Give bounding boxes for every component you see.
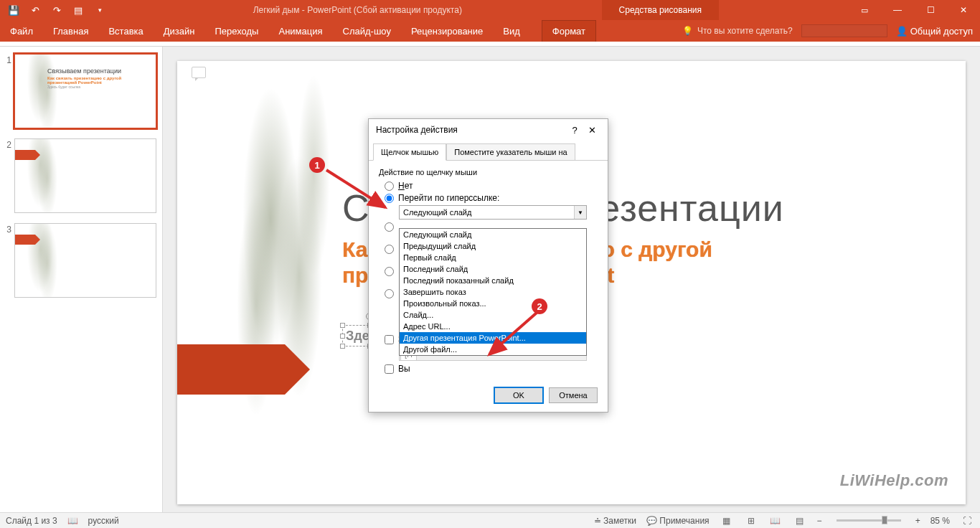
dropdown-option[interactable]: Последний слайд: [400, 263, 586, 275]
maximize-icon[interactable]: ☐: [914, 0, 947, 20]
zoom-level[interactable]: 85 %: [930, 516, 950, 526]
slide-counter[interactable]: Слайд 1 из 3: [6, 516, 57, 526]
save-icon[interactable]: 💾: [4, 1, 23, 19]
thumbnail-row[interactable]: 3: [0, 220, 162, 305]
radio-hyperlink[interactable]: Перейти по гиперссылке:: [385, 193, 598, 203]
dropdown-option[interactable]: Последний показанный слайд: [400, 275, 586, 286]
combo-value: Следующий слайд: [400, 208, 574, 217]
resize-handle[interactable]: [340, 334, 345, 339]
qat-more-icon[interactable]: ▾: [90, 1, 109, 19]
notes-button[interactable]: ≐ Заметки: [594, 516, 636, 526]
slide-thumbnail-1[interactable]: Связываем презентации Как связать презен…: [14, 54, 156, 128]
checkbox-highlight-input[interactable]: [385, 364, 394, 374]
slide-thumbnail-2[interactable]: [14, 138, 156, 213]
tab-view[interactable]: Вид: [493, 20, 530, 42]
radio-input[interactable]: [385, 222, 394, 232]
slide-thumbnails-panel: 1 Связываем презентации Как связать през…: [0, 47, 163, 512]
checkbox-sound-input[interactable]: [385, 335, 394, 344]
redo-icon[interactable]: ↷: [47, 1, 66, 19]
account-placeholder[interactable]: [801, 24, 887, 37]
combo-dropdown-icon[interactable]: ▼: [574, 206, 586, 219]
thumb-subtitle: Как связать презентацию с другой презент…: [47, 76, 133, 85]
slideshow-icon[interactable]: ▤: [69, 1, 88, 19]
tab-mouse-over[interactable]: Поместите указатель мыши на: [446, 143, 575, 161]
bulb-icon: 💡: [682, 26, 693, 36]
quick-access-toolbar: 💾 ↶ ↷ ▤ ▾: [0, 1, 113, 19]
tab-mouse-click[interactable]: Щелчок мышью: [373, 143, 446, 161]
radio-input[interactable]: [385, 245, 394, 254]
cancel-button[interactable]: Отмена: [549, 387, 598, 403]
thumb-text: Здесь будет ссылка: [47, 85, 80, 89]
ribbon-collapsed: [0, 42, 980, 47]
svg-line-3: [489, 313, 537, 354]
close-icon[interactable]: ✕: [947, 0, 980, 20]
thumb-number: 1: [3, 54, 14, 128]
fit-to-window-icon[interactable]: ⛶: [960, 515, 974, 527]
thumbnail-row[interactable]: 2: [0, 136, 162, 220]
normal-view-icon[interactable]: ▦: [720, 515, 734, 527]
thumb-number: 2: [3, 138, 14, 213]
tab-design[interactable]: Дизайн: [154, 20, 205, 42]
minimize-icon[interactable]: —: [881, 0, 914, 20]
radio-input[interactable]: [385, 289, 394, 298]
contextual-tab-label: Средства рисования: [602, 0, 719, 20]
checkbox-highlight[interactable]: Вы: [385, 364, 598, 374]
dropdown-option[interactable]: Первый слайд: [400, 252, 586, 263]
ribbon-options-icon[interactable]: ▭: [848, 0, 881, 20]
dropdown-option[interactable]: Предыдущий слайд: [400, 240, 586, 252]
dialog-close-icon[interactable]: ✕: [583, 125, 600, 136]
dialog-title: Настройка действия: [376, 125, 566, 135]
tab-format[interactable]: Формат: [542, 20, 596, 42]
group-label: Действие по щелчку мыши: [379, 168, 598, 176]
thumb-title: Связываем презентации: [47, 67, 121, 75]
dropdown-option[interactable]: Следующий слайд: [400, 229, 586, 240]
title-bar: 💾 ↶ ↷ ▤ ▾ Легкий дым - PowerPoint (Сбой …: [0, 0, 980, 20]
tab-home[interactable]: Главная: [43, 20, 98, 42]
share-button[interactable]: 👤 Общий доступ: [896, 26, 973, 37]
dropdown-option[interactable]: Завершить показ: [400, 286, 586, 298]
language-indicator[interactable]: русский: [88, 516, 119, 526]
arrow-shape[interactable]: [177, 344, 285, 395]
radio-input[interactable]: [385, 267, 394, 276]
tab-file[interactable]: Файл: [0, 20, 43, 42]
resize-handle[interactable]: [340, 344, 345, 349]
annotation-badge-2: 2: [532, 298, 547, 314]
tab-animations[interactable]: Анимация: [268, 20, 332, 42]
sorter-view-icon[interactable]: ⊞: [744, 515, 758, 527]
ok-button[interactable]: OK: [494, 387, 543, 403]
zoom-slider[interactable]: [837, 519, 901, 522]
slide-thumbnail-3[interactable]: [14, 223, 156, 298]
action-settings-dialog: Настройка действия ? ✕ Щелчок мышью Поме…: [368, 118, 608, 412]
svg-line-1: [326, 170, 385, 207]
spellcheck-icon[interactable]: 📖: [67, 516, 78, 526]
tab-slideshow[interactable]: Слайд-шоу: [333, 20, 401, 42]
comments-button[interactable]: 💬 Примечания: [646, 516, 710, 526]
zoom-slider-thumb[interactable]: [882, 516, 887, 524]
document-title: Легкий дым - PowerPoint (Сбой активации …: [113, 5, 602, 15]
ribbon-tabs: Файл Главная Вставка Дизайн Переходы Ани…: [0, 20, 980, 42]
tab-transitions[interactable]: Переходы: [204, 20, 268, 42]
annotation-arrow-1: [319, 161, 395, 215]
tell-me-search[interactable]: 💡 Что вы хотите сделать?: [682, 26, 793, 36]
hyperlink-combo[interactable]: Следующий слайд ▼: [399, 205, 587, 220]
dialog-titlebar[interactable]: Настройка действия ? ✕: [369, 119, 608, 141]
slideshow-view-icon[interactable]: ▤: [793, 515, 807, 527]
annotation-badge-1: 1: [309, 157, 325, 173]
tab-review[interactable]: Рецензирование: [401, 20, 493, 42]
undo-icon[interactable]: ↶: [26, 1, 44, 19]
zoom-out-icon[interactable]: −: [817, 516, 822, 526]
dialog-tabs: Щелчок мышью Поместите указатель мыши на: [369, 141, 608, 161]
zoom-in-icon[interactable]: +: [915, 516, 920, 526]
watermark: LiWiHelp.com: [840, 471, 948, 490]
resize-handle[interactable]: [340, 323, 345, 328]
annotation-arrow-2: [481, 307, 542, 361]
tab-insert[interactable]: Вставка: [98, 20, 153, 42]
dialog-buttons: OK Отмена: [369, 380, 608, 412]
radio-none[interactable]: Нет: [385, 181, 598, 191]
status-bar: Слайд 1 из 3 📖 русский ≐ Заметки 💬 Приме…: [0, 512, 980, 528]
reading-view-icon[interactable]: 📖: [768, 515, 783, 527]
thumbnail-row[interactable]: 1 Связываем презентации Как связать през…: [0, 51, 162, 136]
thumb-number: 3: [3, 223, 14, 298]
person-icon: 👤: [896, 26, 908, 37]
dialog-help-icon[interactable]: ?: [566, 125, 583, 136]
